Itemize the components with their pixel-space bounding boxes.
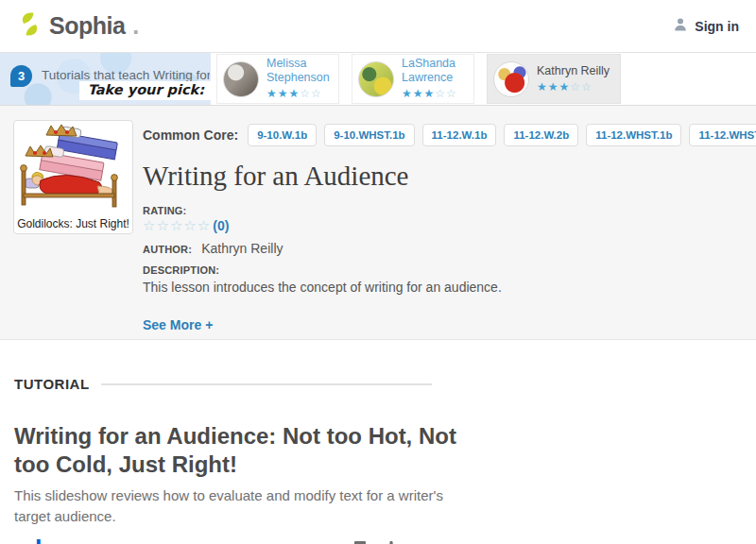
- author-card-lashanda-lawrence[interactable]: LaShanda Lawrence ★★★☆☆: [352, 54, 474, 104]
- common-core-tag[interactable]: 11-12.W.2b: [504, 124, 578, 146]
- star-filled-icon: ★: [548, 80, 559, 94]
- author-name: Melissa Stephenson: [266, 57, 333, 85]
- tutorial-picker-bar: 3 Tutorials that teach Writing for an Ta…: [0, 52, 756, 106]
- card-info: Kathryn Reilly ★★★☆☆: [537, 64, 610, 94]
- sophia-logo-text: Sophia: [49, 12, 125, 40]
- print-button[interactable]: [350, 540, 370, 544]
- card-info: Melissa Stephenson ★★★☆☆: [266, 57, 333, 100]
- star-filled-icon: ★: [278, 87, 289, 100]
- description-label: DESCRIPTION:: [143, 264, 756, 276]
- star-empty-icon: ☆: [183, 217, 197, 233]
- common-core-tag[interactable]: 11-12.W.1b: [422, 124, 497, 146]
- star-empty-icon: ☆: [198, 217, 211, 233]
- printer-icon: [350, 540, 370, 544]
- star-empty-icon: ☆: [156, 217, 169, 233]
- sophia-logo-dot: .: [132, 12, 139, 40]
- tutorial-thumbnail: Goldilocks: Just Right!: [13, 120, 133, 234]
- picker-intro-panel: 3 Tutorials that teach Writing for an Ta…: [0, 53, 211, 105]
- tutorial-header-main: Common Core: 9-10.W.1b9-10.WHST.1b11-12.…: [143, 120, 756, 339]
- download-button[interactable]: [383, 540, 400, 544]
- author-rating-stars: ★★★☆☆: [402, 87, 468, 100]
- star-empty-icon: ☆: [311, 87, 322, 100]
- author-row: AUTHOR: Kathryn Reilly: [143, 241, 756, 256]
- section-divider: [101, 383, 432, 385]
- star-filled-icon: ★: [537, 80, 548, 94]
- author-rating-stars: ★★★☆☆: [266, 87, 333, 100]
- common-core-tag[interactable]: 9-10.WHST.1b: [324, 124, 414, 146]
- author-card-kathryn-reilly[interactable]: Kathryn Reilly ★★★☆☆: [487, 54, 621, 104]
- author-label: AUTHOR:: [143, 244, 192, 255]
- lesson-heading: Writing for an Audience: Not too Hot, No…: [14, 422, 470, 480]
- star-empty-icon: ☆: [570, 80, 581, 94]
- box-logo[interactable]: box: [35, 537, 77, 544]
- author-name: Kathryn Reilly: [201, 241, 283, 256]
- rating-row: ☆☆☆☆☆ (0): [143, 217, 756, 234]
- download-icon: [383, 540, 400, 544]
- description-text: This lesson introduces the concept of wr…: [143, 280, 756, 295]
- picker-intro-text: Tutorials that teach Writing for an: [42, 68, 210, 82]
- see-more-link[interactable]: See More +: [143, 317, 213, 332]
- viewer-toolbar: box: [14, 537, 742, 544]
- star-empty-icon: ☆: [300, 87, 311, 100]
- rating-count[interactable]: (0): [213, 218, 229, 233]
- common-core-tags: 9-10.W.1b9-10.WHST.1b11-12.W.1b11-12.W.2…: [248, 124, 756, 146]
- avatar: [493, 61, 529, 97]
- tutorial-count-badge: 3: [10, 65, 32, 87]
- rating-label: RATING:: [143, 205, 756, 216]
- sign-in-button[interactable]: Sign in: [673, 17, 739, 35]
- lesson-subtext: This slideshow reviews how to evaluate a…: [14, 485, 460, 527]
- star-empty-icon: ☆: [435, 87, 446, 100]
- star-filled-icon: ★: [289, 87, 301, 100]
- avatar: [358, 61, 394, 97]
- star-empty-icon: ☆: [143, 217, 156, 233]
- common-core-label: Common Core:: [143, 128, 238, 143]
- common-core-tag[interactable]: 11-12.WHST.2b: [689, 124, 756, 146]
- sign-in-label: Sign in: [695, 19, 739, 34]
- author-cards: Melissa Stephenson ★★★☆☆ LaShanda Lawren…: [211, 53, 621, 105]
- tutorial-section: TUTORIAL Writing for an Audience: Not to…: [0, 340, 756, 544]
- star-filled-icon: ★: [559, 80, 571, 94]
- common-core-tag[interactable]: 11-12.WHST.1b: [586, 124, 681, 146]
- top-header: Sophia. Sign in: [0, 0, 756, 52]
- common-core-tag[interactable]: 9-10.W.1b: [248, 124, 317, 146]
- rating-stars[interactable]: ☆☆☆☆☆: [143, 217, 211, 234]
- author-name: Kathryn Reilly: [537, 64, 610, 78]
- author-card-melissa-stephenson[interactable]: Melissa Stephenson ★★★☆☆: [216, 54, 339, 104]
- tutorial-header-band: Goldilocks: Just Right! Common Core: 9-1…: [0, 106, 756, 340]
- sophia-logo-icon: [17, 11, 43, 41]
- common-core-row: Common Core: 9-10.W.1b9-10.WHST.1b11-12.…: [143, 120, 756, 150]
- page-title: Writing for an Audience: [143, 161, 756, 192]
- goldilocks-illustration: [18, 124, 129, 215]
- avatar: [223, 61, 259, 97]
- thumbnail-caption: Goldilocks: Just Right!: [17, 217, 129, 230]
- star-filled-icon: ★: [413, 87, 424, 100]
- card-info: LaShanda Lawrence ★★★☆☆: [402, 57, 468, 100]
- star-filled-icon: ★: [402, 87, 413, 100]
- star-filled-icon: ★: [424, 87, 436, 100]
- take-your-pick-label: Take your pick:: [79, 81, 211, 100]
- tutorial-section-label: TUTORIAL: [14, 376, 90, 392]
- star-empty-icon: ☆: [581, 80, 593, 94]
- author-name: LaShanda Lawrence: [402, 57, 468, 85]
- tutorial-section-header: TUTORIAL: [14, 376, 432, 392]
- user-icon: [673, 17, 688, 35]
- sophia-logo[interactable]: Sophia.: [17, 11, 139, 41]
- author-rating-stars: ★★★☆☆: [537, 80, 610, 94]
- star-filled-icon: ★: [266, 87, 278, 100]
- star-empty-icon: ☆: [170, 217, 183, 233]
- star-empty-icon: ☆: [446, 87, 457, 100]
